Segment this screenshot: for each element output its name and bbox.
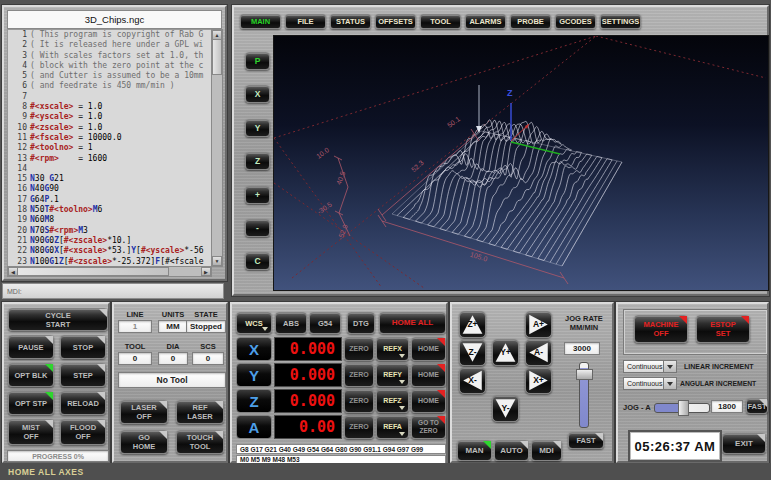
tab-offsets[interactable]: OFFSETS	[375, 14, 416, 29]
zero-a-button[interactable]: ZERO	[344, 415, 374, 439]
gcode-text-view[interactable]: 1( This program is copyright of Rab G2( …	[7, 29, 212, 267]
tab-status[interactable]: STATUS	[330, 14, 371, 29]
jog-a-fast-button[interactable]: FAST	[746, 398, 768, 414]
axis-letter-y: Y	[236, 363, 272, 387]
status-info-panel: LINE1UNITSMMSTATEStoppedTOOL0DIA0SCS0No …	[112, 302, 228, 463]
corner-notch-icon	[97, 392, 105, 400]
plot-key-y[interactable]: Y	[245, 119, 270, 137]
zero-x-button[interactable]: ZERO	[344, 337, 374, 361]
angular-increment-select[interactable]: Continuous	[623, 377, 677, 390]
ref-y-button[interactable]: REFY	[376, 363, 409, 387]
jog-y-plus-button[interactable]: Y+	[492, 339, 519, 366]
exit-button[interactable]: EXIT	[722, 433, 766, 454]
gcode-line: 4( block with the zero point at the c	[8, 61, 211, 71]
mode-auto-button[interactable]: AUTO	[494, 440, 529, 461]
opt-blk-button[interactable]: OPT BLK	[8, 363, 54, 387]
wcs-select-button[interactable]: WCS	[236, 312, 272, 334]
field-value-state: Stopped	[186, 320, 226, 333]
home-x-button[interactable]: HOME	[411, 337, 446, 361]
tab-tool[interactable]: TOOL	[420, 14, 461, 29]
plot-key-c[interactable]: C	[245, 252, 270, 270]
jog-fast-button[interactable]: FAST	[568, 432, 604, 449]
machine-off-button[interactable]: MACHINE OFF	[634, 315, 688, 343]
jog-a-slider[interactable]	[654, 403, 710, 413]
zero-z-button[interactable]: ZERO	[344, 389, 374, 413]
dropdown-button[interactable]	[663, 378, 676, 389]
tab-settings[interactable]: SETTINGS	[600, 14, 641, 29]
field-label-tool: TOOL	[118, 342, 152, 351]
step-button[interactable]: STEP	[60, 363, 106, 387]
jog-z-plus-button[interactable]: Z+	[459, 311, 486, 338]
dro-panel: WCSABSG54DTGHOME ALLX0.000ZEROREFXHOMEY0…	[230, 302, 448, 463]
go-home-button[interactable]: GO HOME	[120, 430, 168, 454]
corner-notch-icon	[595, 433, 603, 441]
scroll-down-icon[interactable]: ▼	[212, 256, 222, 266]
gcode-line: 7	[8, 92, 211, 102]
mist-button[interactable]: MIST OFF	[8, 419, 54, 445]
corner-notch-icon	[741, 316, 749, 324]
mode-man-button[interactable]: MAN	[457, 440, 492, 461]
stop-button[interactable]: STOP	[60, 335, 106, 359]
scroll-thumb[interactable]	[212, 39, 222, 75]
jog-rate-value[interactable]: 3000	[564, 342, 600, 355]
scroll-thumb[interactable]	[17, 267, 169, 276]
mode-mdi-button[interactable]: MDI	[531, 440, 562, 461]
pause-button[interactable]: PAUSE	[8, 335, 54, 359]
jog-a-value[interactable]: 1800	[711, 400, 743, 413]
ref-a-button[interactable]: REFA	[376, 415, 409, 439]
jog-z-minus-button[interactable]: Z-	[459, 339, 486, 366]
ref-x-button[interactable]: REFX	[376, 337, 409, 361]
linear-increment-select[interactable]: Continuous	[623, 360, 677, 373]
corner-notch-icon	[759, 399, 767, 407]
tab-main[interactable]: MAIN	[240, 14, 281, 29]
jog-x-plus-button[interactable]: X+	[525, 367, 552, 394]
reload-button[interactable]: RELOAD	[60, 391, 106, 415]
touch-tool-button[interactable]: TOUCH TOOL	[176, 430, 224, 454]
jog-a-minus-button[interactable]: A-	[525, 339, 552, 366]
dro-mode-g54[interactable]: G54	[309, 312, 341, 334]
gcode-line: 17G64P.1	[8, 195, 211, 205]
ref-laser-button[interactable]: REF LASER	[176, 400, 224, 424]
cycle-start-button[interactable]: CYCLE START	[8, 308, 108, 331]
field-label-line: LINE	[118, 310, 152, 319]
go-to-zero-button[interactable]: GO TO ZERO	[411, 415, 446, 439]
slider-handle[interactable]	[678, 400, 689, 416]
jog-y-minus-button[interactable]: Y-	[492, 395, 519, 422]
gremlin-3d-preview[interactable]: 10.040.5-30.5-52.052.350.1105.0Z	[273, 35, 769, 291]
jog-x-minus-button[interactable]: X-	[459, 367, 486, 394]
tab-file[interactable]: FILE	[285, 14, 326, 29]
estop-set-button[interactable]: ESTOP SET	[696, 315, 750, 343]
flood-button[interactable]: FLOOD OFF	[60, 419, 106, 445]
gcode-horizontal-scrollbar[interactable]: ◀ ▶	[7, 266, 212, 277]
dro-mode-abs[interactable]: ABS	[275, 312, 307, 334]
corner-notch-icon	[45, 420, 53, 428]
plot-key-x[interactable]: X	[245, 85, 270, 103]
jog-rate-slider[interactable]	[579, 362, 589, 428]
dro-mode-dtg[interactable]: DTG	[347, 312, 375, 334]
plot-key-minus[interactable]: -	[245, 219, 270, 237]
tab-gcodes[interactable]: GCODES	[555, 14, 596, 29]
field-value-scs: 0	[192, 352, 224, 365]
plot-key-z[interactable]: Z	[245, 152, 270, 170]
ref-z-button[interactable]: REFZ	[376, 389, 409, 413]
tool-name-display: No Tool	[118, 372, 226, 388]
home-y-button[interactable]: HOME	[411, 363, 446, 387]
home-all-button[interactable]: HOME ALL	[379, 312, 446, 334]
gcode-line: 20N70S#<rpm>M3	[8, 226, 211, 236]
gcode-vertical-scrollbar[interactable]: ▲ ▼	[211, 29, 223, 267]
plot-key-p[interactable]: P	[245, 52, 270, 70]
scroll-right-icon[interactable]: ▶	[201, 267, 211, 276]
slider-handle[interactable]	[576, 369, 593, 380]
field-value-units: MM	[158, 320, 188, 333]
dropdown-button[interactable]	[663, 361, 676, 372]
plot-key-plus[interactable]: +	[245, 186, 270, 204]
status-bar: HOME ALL AXES	[0, 463, 771, 480]
home-z-button[interactable]: HOME	[411, 389, 446, 413]
opt-stp-button[interactable]: OPT STP	[8, 391, 54, 415]
jog-a-plus-button[interactable]: A+	[525, 311, 552, 338]
tab-alarms[interactable]: ALARMS	[465, 14, 506, 29]
mdi-input[interactable]: MDI:	[2, 283, 224, 299]
tab-probe[interactable]: PROBE	[510, 14, 551, 29]
zero-y-button[interactable]: ZERO	[344, 363, 374, 387]
laser-off-button[interactable]: LASER OFF	[120, 400, 168, 424]
